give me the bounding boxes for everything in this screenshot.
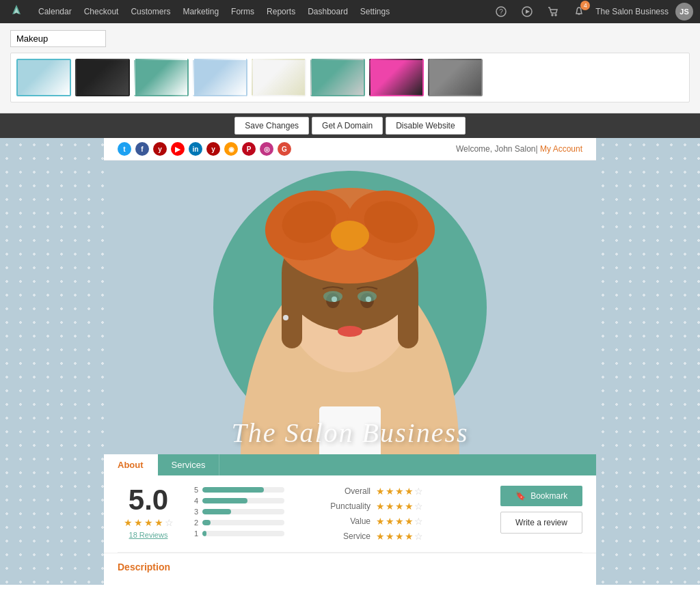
play-icon[interactable] bbox=[517, 2, 537, 21]
bar-row-3: 3 bbox=[193, 508, 302, 516]
template-thumb-8[interactable] bbox=[428, 59, 483, 96]
description-section: Description bbox=[104, 553, 596, 585]
svg-text:?: ? bbox=[499, 8, 503, 16]
tab-services[interactable]: Services bbox=[158, 454, 220, 475]
instagram-icon[interactable]: ◎ bbox=[260, 142, 273, 156]
nav-settings[interactable]: Settings bbox=[355, 7, 395, 16]
template-thumb-2[interactable] bbox=[75, 59, 130, 96]
detail-punctuality-label: Punctuality bbox=[323, 501, 371, 511]
detail-value-stars: ★★★★☆ bbox=[376, 516, 423, 527]
business-name-label: The Salon Business bbox=[595, 7, 669, 16]
tab-about[interactable]: About bbox=[104, 454, 158, 475]
content-section: About Services 5.0 ★ ★ ★ ★ ☆ bbox=[104, 454, 596, 585]
svg-rect-9 bbox=[282, 266, 302, 348]
template-thumb-7[interactable] bbox=[369, 59, 424, 96]
right-side-column bbox=[596, 138, 700, 585]
svg-point-25 bbox=[283, 315, 288, 320]
hero-area: The Salon Business bbox=[104, 161, 596, 454]
linkedin-icon[interactable]: in bbox=[189, 142, 202, 156]
star-3: ★ bbox=[144, 517, 153, 528]
nav-customers[interactable]: Customers bbox=[125, 7, 176, 16]
bar-label-3: 3 bbox=[193, 508, 198, 516]
detail-overall: Overall ★★★★☆ bbox=[323, 486, 423, 497]
svg-point-5 bbox=[555, 14, 556, 16]
bar-label-1: 1 bbox=[193, 529, 198, 538]
rating-section: 5.0 ★ ★ ★ ★ ☆ 18 Reviews 5 bbox=[104, 475, 596, 552]
center-content: t f y ▶ in y ◉ P ◎ G Welcome, John Salon… bbox=[104, 138, 596, 585]
star-4: ★ bbox=[154, 517, 163, 528]
detail-service-label: Service bbox=[323, 531, 371, 541]
yelp-icon[interactable]: y bbox=[153, 142, 167, 156]
salon-title: The Salon Business bbox=[104, 417, 596, 449]
svg-point-4 bbox=[552, 14, 553, 16]
nav-forms[interactable]: Forms bbox=[226, 7, 260, 16]
left-side-column bbox=[0, 138, 104, 585]
detail-ratings: Overall ★★★★☆ Punctuality ★★★★☆ bbox=[323, 486, 423, 542]
bookmark-icon: 🔖 bbox=[515, 491, 526, 501]
detail-punctuality-stars: ★★★★☆ bbox=[376, 501, 423, 512]
social-welcome-text: Welcome, John Salon| My Account bbox=[456, 144, 582, 154]
detail-value-label: Value bbox=[323, 516, 371, 526]
template-thumb-3[interactable] bbox=[134, 59, 189, 96]
bar-label-2: 2 bbox=[193, 519, 198, 527]
action-bar: Save Changes Get A Domain Disable Websit… bbox=[0, 113, 700, 138]
yelp2-icon[interactable]: y bbox=[206, 142, 220, 156]
overall-score: 5.0 ★ ★ ★ ★ ☆ 18 Reviews bbox=[118, 486, 179, 539]
pinterest-icon[interactable]: P bbox=[242, 142, 256, 156]
social-icons-list: t f y ▶ in y ◉ P ◎ G bbox=[118, 142, 291, 156]
facebook-icon[interactable]: f bbox=[135, 142, 149, 156]
score-number: 5.0 bbox=[118, 486, 179, 514]
template-thumb-5[interactable] bbox=[252, 59, 306, 96]
my-account-link[interactable]: My Account bbox=[540, 144, 582, 154]
nav-checkout[interactable]: Checkout bbox=[79, 7, 124, 16]
youtube-icon[interactable]: ▶ bbox=[171, 142, 185, 156]
disable-website-button[interactable]: Disable Website bbox=[386, 117, 465, 135]
nav-calendar[interactable]: Calendar bbox=[33, 7, 77, 16]
app-logo[interactable] bbox=[7, 2, 26, 21]
get-domain-button[interactable]: Get A Domain bbox=[312, 117, 383, 135]
save-changes-button[interactable]: Save Changes bbox=[234, 117, 309, 135]
svg-rect-10 bbox=[398, 266, 418, 348]
bar-label-5: 5 bbox=[193, 486, 198, 494]
rating-bars: 5 4 3 2 bbox=[193, 486, 302, 538]
bar-label-4: 4 bbox=[193, 497, 198, 505]
nav-dashboard[interactable]: Dashboard bbox=[302, 7, 353, 16]
template-search-input[interactable] bbox=[10, 30, 106, 47]
template-thumb-4[interactable] bbox=[193, 59, 247, 96]
star-2: ★ bbox=[134, 517, 143, 528]
template-picker bbox=[0, 23, 700, 113]
detail-service: Service ★★★★☆ bbox=[323, 531, 423, 542]
bar-row-4: 4 bbox=[193, 497, 302, 505]
bookmark-button[interactable]: 🔖 Bookmark bbox=[500, 486, 582, 506]
google-icon[interactable]: G bbox=[278, 142, 291, 156]
reviews-link[interactable]: 18 Reviews bbox=[118, 531, 179, 539]
bell-icon[interactable]: 4 bbox=[569, 2, 589, 21]
detail-value: Value ★★★★☆ bbox=[323, 516, 423, 527]
bar-row-2: 2 bbox=[193, 519, 302, 527]
notification-badge: 4 bbox=[580, 1, 590, 10]
detail-overall-stars: ★★★★☆ bbox=[376, 486, 423, 497]
review-action-buttons: 🔖 Bookmark Write a review bbox=[500, 486, 582, 534]
template-thumb-1[interactable] bbox=[16, 59, 71, 96]
tabs-bar: About Services bbox=[104, 454, 596, 475]
bar-row-1: 1 bbox=[193, 529, 302, 538]
write-review-button[interactable]: Write a review bbox=[500, 512, 582, 534]
star-1: ★ bbox=[124, 517, 133, 528]
svg-point-22 bbox=[323, 291, 342, 302]
hero-illustration bbox=[206, 161, 494, 454]
user-avatar[interactable]: JS bbox=[675, 3, 693, 20]
nav-marketing[interactable]: Marketing bbox=[177, 7, 224, 16]
template-thumb-6[interactable] bbox=[310, 59, 365, 96]
twitter-icon[interactable]: t bbox=[118, 142, 131, 156]
help-icon[interactable]: ? bbox=[492, 2, 511, 21]
nav-right-controls: ? 4 The Salon Business JS bbox=[492, 2, 693, 21]
detail-service-stars: ★★★★☆ bbox=[376, 531, 423, 542]
bar-row-5: 5 bbox=[193, 486, 302, 494]
star-5: ☆ bbox=[165, 517, 174, 528]
cart-icon[interactable] bbox=[543, 2, 563, 21]
detail-overall-label: Overall bbox=[323, 486, 371, 496]
rss-icon[interactable]: ◉ bbox=[224, 142, 238, 156]
svg-point-23 bbox=[358, 291, 377, 302]
nav-reports[interactable]: Reports bbox=[261, 7, 301, 16]
social-bar: t f y ▶ in y ◉ P ◎ G Welcome, John Salon… bbox=[104, 138, 596, 161]
